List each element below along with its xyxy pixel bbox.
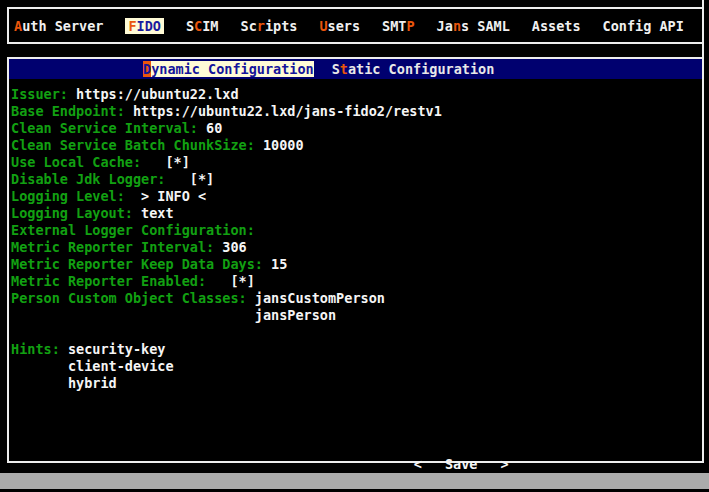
hotkey-letter: P xyxy=(406,18,414,34)
save-left-arrow: < xyxy=(414,456,422,473)
menu-item-auth-server[interactable]: Auth Server xyxy=(14,18,103,34)
menu-item-smtp[interactable]: SMTP xyxy=(382,18,415,34)
field-value-text[interactable]: 306 xyxy=(222,239,246,255)
field-value-text[interactable]: 60 xyxy=(206,120,222,136)
hotkey-letter: n xyxy=(453,18,461,34)
field-value-text[interactable]: https://ubuntu22.lxd xyxy=(76,86,239,102)
menu-item-fido[interactable]: FIDO xyxy=(125,18,164,34)
field-row-logging-layout: Logging Layout: text xyxy=(11,205,702,222)
save-button[interactable]: <Save> xyxy=(414,456,509,473)
hotkey-letter: t xyxy=(340,61,348,77)
terminal-screen: Auth ServerFIDOSCIMScriptsUsersSMTPJans … xyxy=(0,0,709,492)
field-value-text[interactable]: 15 xyxy=(271,256,287,272)
field-row-disable-jdk-logger: Disable Jdk Logger: [*] xyxy=(11,171,702,188)
field-row-person-custom-object-classes: jansPerson xyxy=(11,307,702,324)
field-value-list[interactable]: hybrid xyxy=(68,375,117,391)
field-value-checkbox[interactable]: [*] xyxy=(149,154,190,170)
field-label: Logging Layout: xyxy=(11,205,133,221)
tab-static-configuration[interactable]: Static Configuration xyxy=(332,61,495,77)
field-row-clean-service-interval: Clean Service Interval: 60 xyxy=(11,120,702,137)
blank-row xyxy=(11,324,702,341)
menu-item-jans-saml[interactable]: Jans SAML xyxy=(437,18,510,34)
menu-item-scim[interactable]: SCIM xyxy=(186,18,219,34)
top-menu-bar: Auth ServerFIDOSCIMScriptsUsersSMTPJans … xyxy=(7,7,704,44)
menu-item-config-api[interactable]: Config API xyxy=(603,18,684,34)
field-label: Person Custom Object Classes: xyxy=(11,290,247,306)
config-fields: Issuer: https://ubuntu22.lxdBase Endpoin… xyxy=(9,79,702,392)
field-label: External Logger Configuration: xyxy=(11,222,255,238)
field-row-hints: client-device xyxy=(11,358,702,375)
field-row-external-logger-configuration: External Logger Configuration: xyxy=(11,222,702,239)
field-label: Clean Service Batch ChunkSize: xyxy=(11,137,255,153)
tab-dynamic-configuration[interactable]: Dynamic Configuration xyxy=(143,61,314,77)
field-row-base-endpoint: Base Endpoint: https://ubuntu22.lxd/jans… xyxy=(11,103,702,120)
field-row-person-custom-object-classes: Person Custom Object Classes: jansCustom… xyxy=(11,290,702,307)
field-label: Metric Reporter Enabled: xyxy=(11,273,206,289)
menu-item-users[interactable]: Users xyxy=(319,18,360,34)
field-row-metric-reporter-keep-data-days: Metric Reporter Keep Data Days: 15 xyxy=(11,256,702,273)
field-row-metric-reporter-enabled: Metric Reporter Enabled: [*] xyxy=(11,273,702,290)
field-row-issuer: Issuer: https://ubuntu22.lxd xyxy=(11,86,702,103)
field-label: Base Endpoint: xyxy=(11,103,125,119)
field-label: Metric Reporter Interval: xyxy=(11,239,214,255)
field-row-hints: hybrid xyxy=(11,375,702,392)
field-value-list[interactable]: client-device xyxy=(68,358,174,374)
field-value-list[interactable]: jansCustomPerson xyxy=(255,290,385,306)
hotkey-letter: D xyxy=(143,61,151,77)
hotkey-letter: F xyxy=(128,18,136,34)
field-row-hints: Hints: security-key xyxy=(11,341,702,358)
hotkey-letter: U xyxy=(319,18,327,34)
hotkey-letter: r xyxy=(257,18,265,34)
field-value-checkbox[interactable]: [*] xyxy=(214,273,255,289)
field-label: Logging Level: xyxy=(11,188,125,204)
field-row-logging-level: Logging Level: > INFO < xyxy=(11,188,702,205)
field-value-checkbox[interactable]: [*] xyxy=(174,171,215,187)
field-row-metric-reporter-interval: Metric Reporter Interval: 306 xyxy=(11,239,702,256)
field-value-list[interactable]: security-key xyxy=(68,341,166,357)
field-label: Use Local Cache: xyxy=(11,154,141,170)
field-label: Disable Jdk Logger: xyxy=(11,171,165,187)
status-bar xyxy=(0,473,709,489)
field-value-list[interactable]: jansPerson xyxy=(255,307,336,323)
field-label: Metric Reporter Keep Data Days: xyxy=(11,256,263,272)
save-label: Save xyxy=(445,456,478,473)
field-value-select[interactable]: > INFO < xyxy=(133,188,206,204)
field-row-use-local-cache: Use Local Cache: [*] xyxy=(11,154,702,171)
field-label: Issuer: xyxy=(11,86,68,102)
field-value-text[interactable]: text xyxy=(141,205,174,221)
field-value-text[interactable]: https://ubuntu22.lxd/jans-fido2/restv1 xyxy=(133,103,442,119)
field-value-text[interactable]: 10000 xyxy=(263,137,304,153)
tab-bar: Dynamic ConfigurationStatic Configuratio… xyxy=(9,59,702,79)
field-label: Hints: xyxy=(11,341,60,357)
menu-item-scripts[interactable]: Scripts xyxy=(241,18,298,34)
menu-item-assets[interactable]: Assets xyxy=(532,18,581,34)
field-row-clean-service-batch-chunksize: Clean Service Batch ChunkSize: 10000 xyxy=(11,137,702,154)
field-label: Clean Service Interval: xyxy=(11,120,198,136)
hotkey-letter: C xyxy=(194,18,202,34)
fido-config-panel: Dynamic ConfigurationStatic Configuratio… xyxy=(7,57,704,463)
save-right-arrow: > xyxy=(500,456,508,473)
hotkey-letter: A xyxy=(14,18,22,34)
